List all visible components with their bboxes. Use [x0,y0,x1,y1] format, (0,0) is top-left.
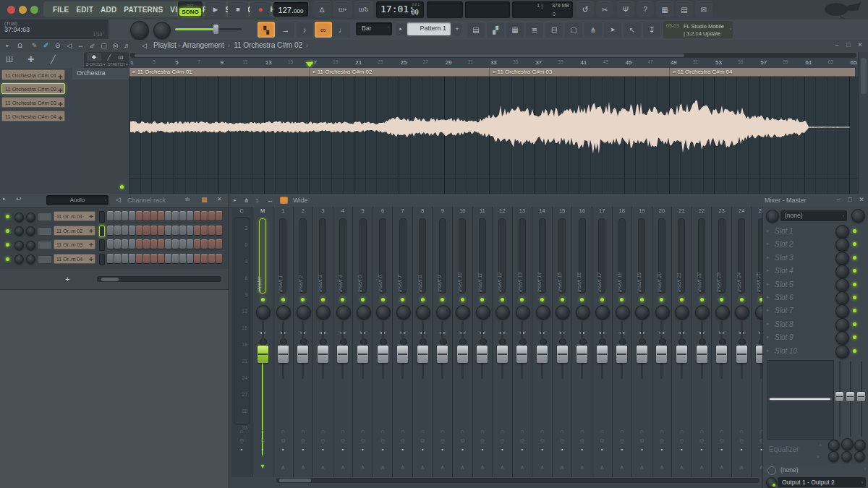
plugin-picker-button[interactable]: ▢ [565,22,582,38]
clock-icon[interactable]: ⊙ [592,437,612,444]
eq-freq-knob-2[interactable] [841,438,854,450]
mixer-strip-insert-15[interactable]: 15Insert 15↕◀▶∩⊙•∧ [553,207,573,477]
track-header[interactable]: Orchestra [72,68,129,194]
volume-fader[interactable] [278,346,289,363]
paint-tool-icon[interactable]: ✐ [41,40,51,51]
mixer-strip-insert-21[interactable]: 21Insert 21↕◀▶∩⊙•∧ [672,207,692,477]
eq-width-knob-1[interactable] [828,451,839,462]
slice-tool-icon[interactable]: ⇙ [87,40,98,51]
strip-mute-led[interactable] [700,298,704,301]
mixer-layout-icon[interactable] [280,197,288,204]
route-up-icon[interactable]: ∧ [313,464,333,471]
route-up-icon[interactable]: ∧ [433,464,452,471]
slot-mix-knob[interactable] [835,252,849,265]
mixer-view-button[interactable]: ≣ [526,22,543,38]
mixer-strip-insert-1[interactable]: 1Insert 1↕◀▶∩⊙•∧ [273,207,294,477]
save-new-version-button[interactable]: ▤ [676,1,693,17]
mixer-dock-icon[interactable]: ↔ [267,197,273,204]
step-button[interactable] [187,254,193,263]
delete-tool-icon[interactable]: ⊘ [52,40,63,51]
channel-volume-knob[interactable] [26,226,35,236]
link-dot-icon[interactable]: • [692,446,712,453]
clock-icon[interactable]: ⊙ [231,437,252,444]
breadcrumb-window[interactable]: Playlist - Arrangement [153,41,224,49]
clock-icon[interactable]: ⊙ [453,437,472,444]
mixer-strip-master[interactable]: MMaster↕◀▶∩⊙•▼ [252,207,273,477]
step-button[interactable] [208,226,215,235]
step-button[interactable] [122,239,128,249]
headphones-icon[interactable]: ∩ [231,428,252,435]
strip-mute-led[interactable] [720,298,723,301]
snap-selector[interactable]: Bar › [356,22,392,35]
step-button[interactable] [179,254,186,263]
mixer-strip-insert-6[interactable]: 6Insert 6↕◀▶∩⊙•∧ [373,207,393,477]
fx-slot-5[interactable]: ▸Slot 5 [763,278,868,291]
mixer-strip-insert-20[interactable]: 20Insert 20↕◀▶∩⊙•∧ [652,207,673,477]
mixer-strip-insert-14[interactable]: 14Insert 14↕◀▶∩⊙•∧ [532,207,553,477]
headphones-icon[interactable]: ∩ [712,428,731,435]
link-dot-icon[interactable]: • [433,446,452,453]
fx-top-knob[interactable] [766,210,779,223]
loop-record-button[interactable]: Ш↻ [354,1,373,17]
headphones-icon[interactable]: ∩ [632,428,652,435]
eq-band-fader-mid[interactable] [846,361,854,437]
record-audio-button[interactable]: Ψ [617,1,634,17]
clip-segment-2[interactable]: » 11 Orchestra C#m 02 [309,68,489,77]
route-up-icon[interactable]: ∧ [353,464,373,471]
step-button[interactable] [179,226,186,235]
eq-width-knob-3[interactable] [854,451,865,462]
link-dot-icon[interactable]: • [273,446,293,453]
mixer-minimize-button[interactable]: – [833,196,843,203]
tab-pattern-icon[interactable]: Ш [116,53,126,61]
step-button[interactable] [165,211,171,221]
channel-selector[interactable] [99,226,105,237]
step-button[interactable] [122,211,128,221]
track-name[interactable]: Orchestra [72,68,129,77]
link-dot-icon[interactable]: • [473,446,493,453]
pattern-menu-button[interactable]: ▸ [396,22,406,35]
undo-button[interactable]: ↺ [576,1,594,17]
strip-pan-knob[interactable] [476,305,490,320]
strip-pan-knob[interactable] [396,305,411,320]
link-dot-icon[interactable]: • [652,446,672,453]
menu-add[interactable]: ADD [97,6,120,14]
strip-mute-led[interactable] [341,298,344,301]
clip-source-button-3[interactable]: 11 Orchestra C#m 03✚ [1,97,65,108]
link-dot-icon[interactable]: • [613,446,632,453]
headphones-icon[interactable]: ∩ [572,428,592,435]
channel-button[interactable]: 11 Or..m 01✚ [54,211,95,221]
clock-icon[interactable]: ⊙ [313,437,333,444]
fx-slot-1[interactable]: ▸Slot 1 [763,225,868,238]
rack-graph-icon[interactable]: ılı [185,196,190,202]
step-button[interactable] [194,226,200,235]
slot-mix-knob[interactable] [835,278,849,292]
step-button[interactable] [158,211,164,221]
clock-icon[interactable]: ⊙ [692,437,712,444]
slot-mix-knob[interactable] [835,238,849,252]
playlist-hscroll-thumb[interactable] [135,53,684,57]
slot-mix-knob[interactable] [835,265,849,278]
strip-mute-led[interactable] [540,298,544,301]
headphones-icon[interactable]: ∩ [732,428,752,435]
step-button[interactable] [129,239,135,249]
step-button[interactable] [107,226,114,235]
channel-target-button[interactable] [38,213,52,221]
step-button[interactable] [143,211,150,221]
step-button[interactable] [158,226,164,235]
link-dot-icon[interactable]: • [333,446,353,453]
step-button[interactable] [216,226,222,235]
step-button[interactable] [179,239,186,249]
step-button[interactable] [122,254,128,263]
channel-pan-knob[interactable] [14,213,24,222]
plugin-button[interactable]: ⋔ [584,22,602,38]
mixer-strip-insert-10[interactable]: 10Insert 10↕◀▶∩⊙•∧ [453,207,473,477]
step-button[interactable] [114,226,121,235]
fx-slot-3[interactable]: ▸Slot 3 [763,252,868,265]
pitch-knob[interactable] [153,22,171,39]
performance-mode-button[interactable]: ♩ [334,22,350,38]
picker-automation-icon[interactable]: ╱ [51,55,56,64]
mixer-menu-icon[interactable]: ▸ [234,197,237,203]
clock-icon[interactable]: ⊙ [252,437,273,444]
clock-icon[interactable]: ⊙ [393,437,412,444]
strip-mute-led[interactable] [520,298,524,301]
